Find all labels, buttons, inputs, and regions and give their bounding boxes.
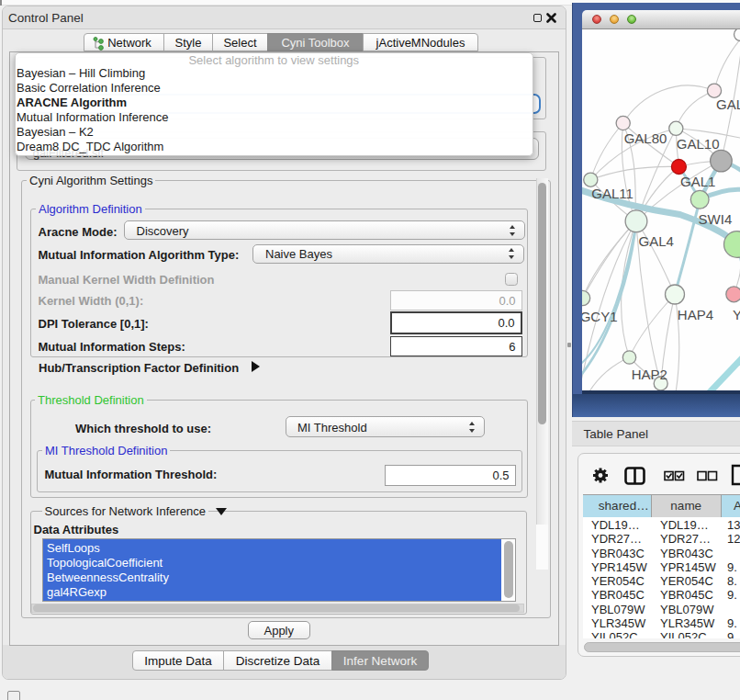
svg-text:GAL7: GAL7	[716, 96, 740, 112]
svg-text:GCY1: GCY1	[582, 309, 618, 324]
svg-text:GAL4: GAL4	[638, 232, 673, 248]
svg-text:GAL11: GAL11	[591, 186, 633, 201]
svg-text:SWI4: SWI4	[698, 211, 732, 227]
svg-text:GAL1: GAL1	[680, 174, 715, 189]
svg-text:HAP2: HAP2	[631, 366, 667, 381]
svg-text:HAP4: HAP4	[677, 307, 712, 322]
svg-text:GAL10: GAL10	[676, 136, 719, 152]
svg-text:GAL80: GAL80	[623, 130, 667, 145]
svg-text:Y: Y	[733, 307, 740, 322]
